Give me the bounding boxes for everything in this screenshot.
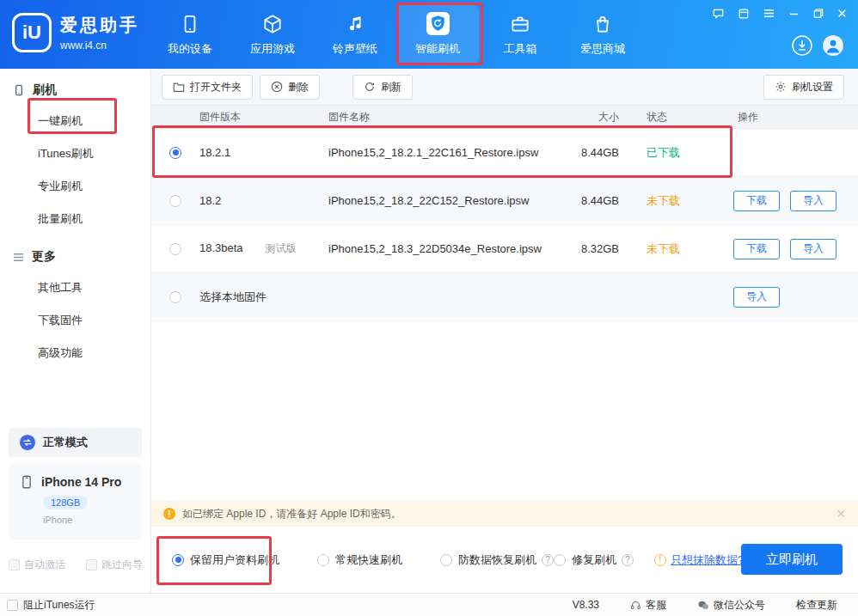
nav-mall[interactable]: 爱思商城 (561, 5, 644, 64)
flash-settings-button[interactable]: 刷机设置 (763, 75, 844, 100)
main-content: 打开文件夹 删除 刷新 刷机设置 固件版本 固件名称 大小 状态 操作 18.2… (151, 69, 858, 593)
folder-icon (173, 82, 185, 93)
nav-apps-games[interactable]: 应用游戏 (231, 5, 314, 64)
sidebar-item-one-click-flash[interactable]: 一键刷机 (0, 105, 150, 137)
wechat-icon (697, 600, 709, 611)
open-folder-button[interactable]: 打开文件夹 (162, 75, 253, 100)
sidebar-section-title: 刷机 (33, 82, 57, 98)
shopping-bag-icon (591, 13, 614, 35)
device-panel[interactable]: iPhone 14 Pro 128GB iPhone (9, 464, 142, 540)
import-firmware-button[interactable]: 导入 (733, 287, 780, 308)
download-firmware-button[interactable]: 下载 (733, 239, 780, 259)
app-version: V8.33 (573, 599, 599, 611)
wechat-link[interactable]: 微信公众号 (697, 598, 765, 613)
cube-icon (261, 13, 284, 35)
device-type: iPhone (43, 515, 132, 525)
logo-icon: iU (12, 13, 52, 52)
option-quick-flash[interactable]: 常规快速刷机 (317, 552, 402, 568)
minimize-icon[interactable] (788, 8, 800, 19)
radio-icon (554, 554, 566, 566)
delete-button[interactable]: 删除 (260, 75, 320, 100)
firmware-size: 8.32GB (549, 242, 626, 255)
refresh-icon (364, 81, 376, 93)
sidebar-item-pro-flash[interactable]: 专业刷机 (0, 170, 150, 203)
col-size: 大小 (549, 110, 626, 125)
firmware-version: 18.2 (199, 194, 328, 207)
option-keep-user-data[interactable]: 保留用户资料刷机 (172, 552, 279, 568)
col-firmware-version: 固件版本 (199, 110, 328, 125)
help-icon[interactable] (622, 554, 634, 566)
device-name: iPhone 14 Pro (41, 475, 121, 489)
close-icon[interactable] (837, 8, 848, 19)
row-radio[interactable] (169, 147, 181, 159)
download-manager-icon[interactable] (791, 34, 813, 57)
briefcase-icon (509, 13, 531, 35)
download-firmware-button[interactable]: 下载 (733, 191, 780, 211)
music-note-icon (345, 13, 365, 35)
sidebar-item-batch-flash[interactable]: 批量刷机 (0, 203, 150, 235)
nav-toolbox[interactable]: 工具箱 (479, 5, 561, 64)
firmware-name: iPhone15,2_18.2_22C152_Restore.ipsw (328, 194, 549, 207)
sidebar-item-advanced[interactable]: 高级功能 (0, 337, 150, 369)
sidebar: 刷机 一键刷机 iTunes刷机 专业刷机 批量刷机 更多 其他工具 下载固件 … (0, 69, 151, 593)
check-update-link[interactable]: 检查更新 (796, 598, 837, 613)
status-badge: 未下载 (626, 193, 708, 209)
col-status: 状态 (626, 110, 708, 125)
device-icon (179, 13, 201, 35)
warning-icon (163, 508, 175, 520)
firmware-size: 8.44GB (549, 194, 626, 207)
sidebar-section-flash: 刷机 (0, 69, 150, 105)
sidebar-item-other-tools[interactable]: 其他工具 (0, 271, 150, 304)
firmware-row[interactable]: 18.3beta测试版 iPhone15,2_18.3_22D5034e_Res… (151, 225, 858, 273)
nav-label: 智能刷机 (415, 41, 460, 57)
sidebar-checkboxes: 自动激活 跳过向导 (9, 558, 143, 572)
block-itunes-checkbox[interactable]: 阻止iTunes运行 (7, 598, 95, 613)
nav-label: 应用游戏 (250, 41, 295, 57)
feedback-icon[interactable] (712, 7, 725, 20)
status-badge: 已下载 (626, 145, 708, 161)
import-firmware-button[interactable]: 导入 (790, 191, 837, 211)
option-anti-recovery-flash[interactable]: 防数据恢复刷机 (440, 552, 536, 568)
flash-now-button[interactable]: 立即刷机 (741, 544, 843, 575)
window-controls (712, 7, 848, 20)
circle-x-icon (271, 81, 283, 93)
import-firmware-button[interactable]: 导入 (790, 239, 837, 259)
firmware-row[interactable]: 18.2 iPhone15,2_18.2_22C152_Restore.ipsw… (151, 177, 858, 225)
mode-label: 正常模式 (43, 435, 88, 450)
firmware-size: 8.44GB (549, 146, 626, 159)
row-radio[interactable] (169, 195, 181, 207)
close-notice-icon[interactable]: ✕ (836, 507, 846, 521)
table-header: 固件版本 固件名称 大小 状态 操作 (151, 105, 858, 129)
user-avatar-icon[interactable] (822, 34, 844, 57)
customer-service-link[interactable]: 客服 (630, 598, 666, 613)
nav-smart-flash[interactable]: 智能刷机 (396, 5, 479, 64)
empty-area (151, 321, 858, 501)
theme-icon[interactable] (738, 8, 750, 20)
sidebar-item-download-firmware[interactable]: 下载固件 (0, 304, 150, 337)
skip-setup-checkbox[interactable]: 跳过向导 (86, 558, 143, 572)
gear-icon (775, 81, 787, 93)
nav-my-devices[interactable]: 我的设备 (149, 5, 231, 64)
app-title: 爱思助手 (60, 14, 139, 37)
firmware-row[interactable]: 18.2.1 iPhone15,2_18.2.1_22C161_Restore.… (151, 129, 858, 177)
menu-icon[interactable] (763, 8, 775, 19)
firmware-version: 18.2.1 (199, 146, 328, 159)
help-icon[interactable] (542, 554, 554, 566)
phone-icon (12, 83, 26, 97)
refresh-button[interactable]: 刷新 (352, 75, 413, 100)
status-bar: 阻止iTunes运行 V8.33 客服 微信公众号 检查更新 (0, 593, 858, 616)
firmware-row-local[interactable]: 选择本地固件 导入 (151, 273, 858, 321)
radio-icon (317, 554, 329, 566)
normal-mode-button[interactable]: 正常模式 (9, 428, 142, 457)
sidebar-item-itunes-flash[interactable]: iTunes刷机 (0, 137, 150, 170)
option-repair-flash[interactable]: 修复刷机 (554, 552, 616, 568)
maximize-icon[interactable] (812, 8, 824, 19)
erase-data-link[interactable]: 只想抹除数据? (671, 552, 744, 568)
auto-activate-checkbox[interactable]: 自动激活 (9, 558, 65, 572)
shield-flash-icon (426, 13, 450, 35)
row-radio[interactable] (169, 291, 181, 303)
nav-ringtones-wallpapers[interactable]: 铃声壁纸 (314, 5, 396, 64)
apple-id-notice: 如已绑定 Apple ID，请准备好 Apple ID和密码。 ✕ (151, 501, 858, 527)
row-radio[interactable] (169, 243, 181, 255)
col-action: 操作 (708, 110, 858, 125)
